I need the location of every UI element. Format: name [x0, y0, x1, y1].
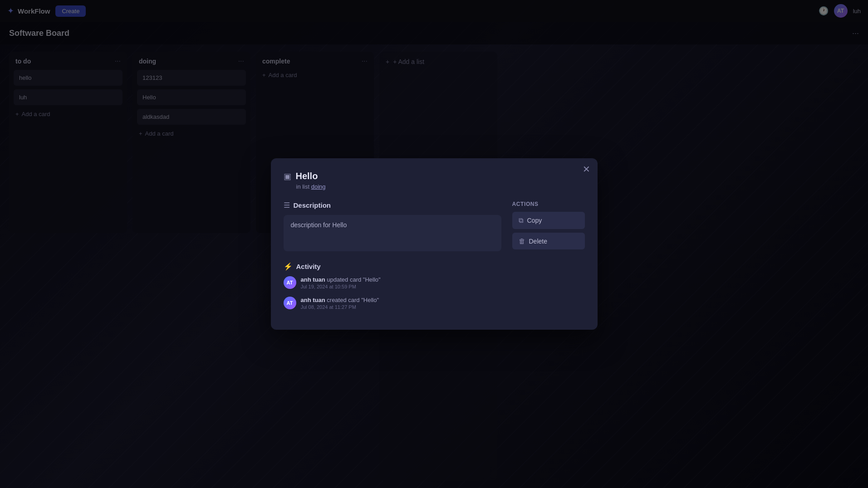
activity-time-1: Jul 19, 2024 at 10:59 PM [301, 284, 381, 289]
actions-title: Actions [512, 201, 585, 207]
delete-icon: 🗑 [519, 237, 525, 245]
activity-header: ⚡ Activity [284, 262, 501, 271]
activity-action-1: updated card "Hello" [327, 276, 380, 283]
description-icon: ☰ [284, 201, 290, 210]
modal-sidebar: Actions ⧉ Copy 🗑 Delete [512, 201, 585, 317]
card-icon: ▣ [284, 171, 291, 181]
card-modal: ✕ ▣ Hello in list doing ☰ Description de… [271, 158, 598, 330]
description-box[interactable]: description for Hello [284, 215, 501, 251]
delete-button[interactable]: 🗑 Delete [512, 233, 585, 249]
activity-avatar-1: AT [284, 276, 296, 289]
activity-text-1: anh tuan updated card "Hello" [301, 276, 381, 283]
modal-body: ☰ Description description for Hello ⚡ Ac… [284, 201, 585, 317]
modal-close-button[interactable]: ✕ [583, 165, 590, 174]
activity-title: Activity [296, 263, 321, 270]
activity-content-1: anh tuan updated card "Hello" Jul 19, 20… [301, 276, 381, 289]
activity-action-2: created card "Hello" [327, 297, 379, 303]
activity-time-2: Jul 08, 2024 at 11:27 PM [301, 304, 379, 310]
activity-user-1: anh tuan [301, 276, 325, 283]
modal-title: Hello [296, 171, 318, 181]
description-title: Description [294, 201, 331, 209]
copy-icon: ⧉ [519, 216, 524, 224]
activity-text-2: anh tuan created card "Hello" [301, 297, 379, 303]
copy-label: Copy [527, 217, 542, 224]
modal-title-row: ▣ Hello [284, 171, 585, 181]
activity-section: ⚡ Activity AT anh tuan updated card "Hel… [284, 262, 501, 310]
modal-overlay[interactable]: ✕ ▣ Hello in list doing ☰ Description de… [0, 0, 868, 488]
delete-label: Delete [529, 238, 547, 245]
activity-avatar-2: AT [284, 297, 296, 309]
activity-item-1: AT anh tuan updated card "Hello" Jul 19,… [284, 276, 501, 289]
description-header: ☰ Description [284, 201, 501, 210]
modal-main: ☰ Description description for Hello ⚡ Ac… [284, 201, 501, 317]
copy-button[interactable]: ⧉ Copy [512, 212, 585, 229]
modal-subtitle: in list doing [296, 183, 585, 190]
modal-list-link[interactable]: doing [311, 183, 326, 190]
activity-content-2: anh tuan created card "Hello" Jul 08, 20… [301, 297, 379, 310]
activity-user-2: anh tuan [301, 297, 325, 303]
activity-icon: ⚡ [284, 262, 293, 271]
activity-item-2: AT anh tuan created card "Hello" Jul 08,… [284, 297, 501, 310]
